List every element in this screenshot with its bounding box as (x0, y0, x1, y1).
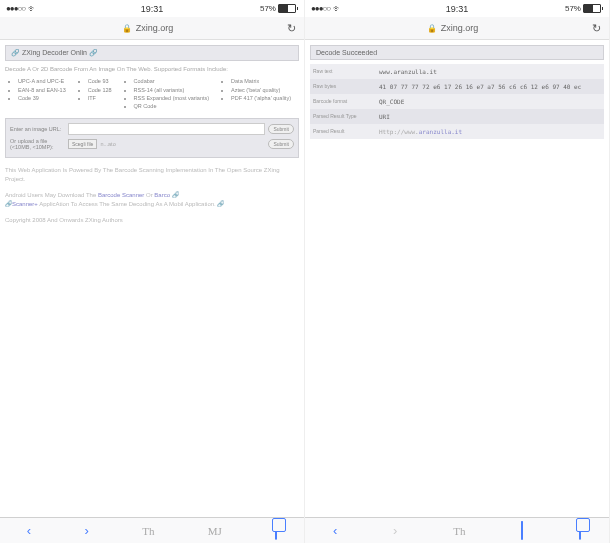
result-label: Raw text (310, 64, 376, 79)
format-item: Code 93 (88, 77, 112, 85)
status-bar: ●●●○○ ᯤ 19:31 57% (0, 0, 304, 17)
result-value: 41 07 77 77 72 e6 17 26 16 e7 a7 56 c6 c… (376, 79, 604, 94)
format-item: EAN-8 and EAN-13 (18, 86, 66, 94)
choose-file-button[interactable]: Scegli file (68, 139, 97, 149)
format-item: PDF 417 ('alpha' quality) (231, 94, 291, 102)
result-label: Barcode format (310, 94, 376, 109)
bookmarks-button[interactable] (521, 522, 523, 540)
tabs-button[interactable] (275, 522, 277, 540)
result-header: Decode Succeeded (310, 45, 604, 60)
formats-list: UPC-A and UPC-EEAN-8 and EAN-13Code 39Co… (5, 77, 299, 110)
share-button[interactable]: Th (453, 525, 465, 537)
back-button[interactable]: ‹ (27, 523, 31, 538)
format-item: Code 39 (18, 94, 66, 102)
tabs-button[interactable] (579, 522, 581, 540)
url-bar[interactable]: 🔒 Zxing.org ↻ (0, 17, 304, 40)
battery-icon (278, 4, 298, 13)
result-table: Raw textwww.aranzulla.itRaw bytes41 07 7… (310, 64, 604, 139)
battery-pct: 57% (260, 4, 276, 13)
format-item: Code 128 (88, 86, 112, 94)
url-text: Zxing.org (441, 23, 479, 33)
url-input-label: Enter an image URL: (10, 126, 68, 132)
battery-pct: 57% (565, 4, 581, 13)
format-item: Data Matrix (231, 77, 291, 85)
time: 19:31 (103, 4, 200, 14)
result-label: Parsed Result (310, 124, 376, 139)
page-content: 🔗 ZXing Decoder Onlin 🔗 Decode A Or 2D B… (0, 40, 304, 229)
url-text: Zxing.org (136, 23, 174, 33)
signal-dots: ●●●○○ (311, 4, 330, 13)
toolbar: ‹ › Th (305, 517, 609, 543)
time: 19:31 (408, 4, 505, 14)
link-barco[interactable]: Barco (154, 192, 170, 198)
result-row: Parsed Result TypeURI (310, 109, 604, 124)
link-scanner-plus[interactable]: Scanner+ (12, 201, 38, 207)
refresh-icon[interactable]: ↻ (592, 22, 601, 35)
wifi-icon: ᯤ (28, 4, 37, 14)
signal-dots: ●●●○○ (6, 4, 25, 13)
result-row: Barcode formatQR_CODE (310, 94, 604, 109)
forward-button[interactable]: › (393, 523, 397, 538)
battery-icon (583, 4, 603, 13)
footer-3: Copyright 2008 And Onwards ZXing Authors (5, 216, 299, 224)
format-item: Codabar (134, 77, 210, 85)
format-item: QR Code (134, 102, 210, 110)
page-content: Decode Succeeded Raw textwww.aranzulla.i… (305, 40, 609, 144)
share-button[interactable]: Th (142, 525, 154, 537)
result-row: Raw bytes41 07 77 77 72 e6 17 26 16 e7 a… (310, 79, 604, 94)
forward-button[interactable]: › (84, 523, 88, 538)
page-header: 🔗 ZXing Decoder Onlin 🔗 (5, 45, 299, 61)
back-button[interactable]: ‹ (333, 523, 337, 538)
footer-1: This Web Application Is Powered By The B… (5, 166, 299, 183)
left-phone: ●●●○○ ᯤ 19:31 57% 🔒 Zxing.org ↻ 🔗 ZXing … (0, 0, 305, 543)
description: Decode A Or 2D Barcode From An Image On … (5, 65, 299, 73)
result-value: URI (376, 109, 604, 124)
result-row: Raw textwww.aranzulla.it (310, 64, 604, 79)
result-label: Parsed Result Type (310, 109, 376, 124)
lock-icon: 🔒 (427, 24, 437, 33)
submit-url-button[interactable]: Submit (268, 124, 294, 134)
refresh-icon[interactable]: ↻ (287, 22, 296, 35)
url-bar[interactable]: 🔒 Zxing.org ↻ (305, 17, 609, 40)
bookmarks-button[interactable]: MJ (208, 525, 222, 537)
result-value: QR_CODE (376, 94, 604, 109)
url-input[interactable] (68, 123, 265, 135)
result-value[interactable]: Http://www.aranzulla.it (376, 124, 604, 139)
result-label: Raw bytes (310, 79, 376, 94)
format-item: ITF (88, 94, 112, 102)
format-item: RSS-14 (all variants) (134, 86, 210, 94)
status-bar: ●●●○○ ᯤ 19:31 57% (305, 0, 609, 17)
link-scanner[interactable]: Barcode Scanner (98, 192, 144, 198)
format-item: RSS Expanded (most variants) (134, 94, 210, 102)
footer-2: Android Users May Download The Barcode S… (5, 191, 299, 208)
input-section: Enter an image URL: Submit Or upload a f… (5, 118, 299, 158)
toolbar: ‹ › Th MJ (0, 517, 304, 543)
format-item: Aztec ('beta' quality) (231, 86, 291, 94)
right-phone: ●●●○○ ᯤ 19:31 57% 🔒 Zxing.org ↻ Decode S… (305, 0, 610, 543)
format-item: UPC-A and UPC-E (18, 77, 66, 85)
file-input-label: Or upload a file (<10MB, <10MP): (10, 138, 68, 150)
result-row: Parsed ResultHttp://www.aranzulla.it (310, 124, 604, 139)
wifi-icon: ᯤ (333, 4, 342, 14)
file-name: n...ato (100, 141, 268, 147)
result-value: www.aranzulla.it (376, 64, 604, 79)
submit-file-button[interactable]: Submit (268, 139, 294, 149)
lock-icon: 🔒 (122, 24, 132, 33)
